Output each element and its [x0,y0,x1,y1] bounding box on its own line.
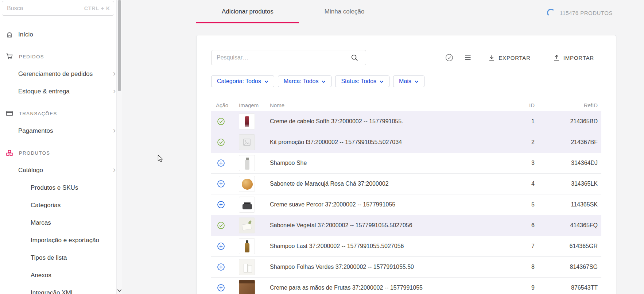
sidebar-item-pagamentos[interactable]: Pagamentos› [0,122,116,140]
sidebar-item-categorias[interactable]: Categorias [0,197,116,214]
filter-status-todos[interactable]: Status: Todos [335,76,389,87]
filter-marca-todos[interactable]: Marca: Todos [278,76,332,87]
sidebar-item-inicio[interactable]: Início [0,26,116,43]
filter-label: Categoria: Todos [217,78,261,85]
tab-label: Adicionar produtos [222,8,273,15]
tab-minha-colecao[interactable]: Minha coleção [299,0,390,23]
sidebar-item-produtos-e-skus[interactable]: Produtos e SKUs [0,179,116,197]
product-image-cell [234,238,270,254]
product-image-cell [234,197,270,213]
sidebar-item-label: Marcas [31,219,51,227]
sidebar-nav: InícioPEDIDOSGerenciamento de pedidos›Es… [0,26,116,294]
product-name: Kit promoção l37:2000002 -- 1577991055.5… [270,139,486,146]
sidebar-scrollbar-thumb[interactable] [118,0,121,91]
import-button[interactable]: IMPORTAR [553,54,594,61]
product-image-cell [234,259,270,275]
product-search-input[interactable] [211,50,343,65]
product-name: Shampoo Last 37:2000002 -- 1577991055.50… [270,243,486,249]
header-right: 115476 PRODUTOS [547,9,613,17]
row-density-icon[interactable] [464,54,472,61]
sidebar-item-importacao-e-exportacao[interactable]: Importação e exportação [0,232,116,249]
sidebar-item-label: PRODUTOS [19,150,50,156]
filter-mais[interactable]: Mais [393,76,424,87]
column-header-name: Nome [270,102,486,108]
product-id: 3 [486,160,536,166]
product-search [211,50,366,65]
product-refid: 314364DJ [536,160,601,166]
row-action-cell [211,242,234,250]
sidebar-item-anexos[interactable]: Anexos [0,267,116,284]
added-check-icon[interactable] [217,117,225,125]
select-all-check-icon[interactable] [445,54,453,62]
chevron-right-icon: › [113,87,116,95]
export-button[interactable]: EXPORTAR [488,54,531,61]
sidebar-item-integracao-xml[interactable]: Integração XML [0,284,116,294]
filter-label: Mais [399,78,411,85]
tab-adicionar-produtos[interactable]: Adicionar produtos [196,0,299,23]
product-count: 115476 PRODUTOS [560,10,613,16]
row-action-cell [211,201,234,209]
chevron-right-icon: › [113,166,116,174]
sidebar: CTRL + K InícioPEDIDOSGerenciamento de p… [0,0,116,294]
filter-label: Status: Todos [341,78,376,85]
tab-label: Minha coleção [325,8,365,15]
scroll-down-chevron-icon[interactable] [117,289,122,292]
sidebar-item-label: Tipos de lista [31,254,67,262]
sidebar-item-catalogo[interactable]: Catálogo› [0,162,116,179]
sidebar-item-label: Importação e exportação [31,237,99,244]
sidebar-item-label: Catálogo [18,167,43,174]
sidebar-item-gerenciamento-de-pedidos[interactable]: Gerenciamento de pedidos› [0,65,116,83]
add-plus-icon[interactable] [217,159,225,167]
chevron-down-icon [380,80,384,83]
table-row: Creme suave Percor 37:2000002 -- 1577991… [211,194,601,215]
sidebar-item-label: Produtos e SKUs [31,184,78,192]
download-icon [488,54,495,61]
sidebar-search-input[interactable] [2,5,84,12]
product-id: 4 [486,181,536,187]
sidebar-item-pedidos: PEDIDOS [0,48,116,65]
filter-bar: Categoria: TodosMarca: TodosStatus: Todo… [211,76,601,87]
table-row: Shampoo She3314364DJ [211,153,601,174]
add-plus-icon[interactable] [217,180,225,188]
table-body: Creme de cabelo Softh 37:2000002 -- 1577… [211,111,601,294]
table-header: Ação Imagem Nome ID RefID [211,99,601,111]
sidebar-item-marcas[interactable]: Marcas [0,214,116,232]
product-id: 2 [486,139,536,146]
transactions-icon [6,110,13,117]
search-button[interactable] [343,50,366,65]
table-row: Shampoo Last 37:2000002 -- 1577991055.50… [211,236,601,257]
sidebar-item-label: Categorias [31,202,61,209]
added-check-icon[interactable] [217,138,225,146]
add-plus-icon[interactable] [217,242,225,250]
product-thumbnail [239,217,255,233]
sidebar-search[interactable]: CTRL + K [2,1,114,16]
sidebar-item-tipos-de-lista[interactable]: Tipos de lista [0,249,116,267]
sidebar-item-label: Estoque & entrega [18,88,70,95]
product-name: Creme para as mãos de Frutas 37:2000002 … [270,285,486,291]
sidebar-item-produtos: PRODUTOS [0,144,116,162]
row-action-cell [211,180,234,188]
sidebar-item-transacoes: TRANSAÇÕES [0,105,116,122]
product-name: Sabonete Vegetal 37:2000002 -- 157799105… [270,222,486,229]
filter-categoria-todos[interactable]: Categoria: Todos [211,76,274,87]
toolbar-right: EXPORTAR IMPORTAR [445,54,601,62]
sidebar-search-shortcut: CTRL + K [84,5,114,11]
add-plus-icon[interactable] [217,284,225,292]
upload-icon [553,54,560,61]
column-header-image: Imagem [234,102,270,108]
row-action-cell [211,159,234,167]
add-plus-icon[interactable] [217,263,225,271]
add-plus-icon[interactable] [217,201,225,209]
sidebar-scrollbar[interactable] [116,0,122,294]
added-check-icon[interactable] [217,221,225,229]
products-card: EXPORTAR IMPORTAR Categoria: TodosMarca:… [196,35,616,294]
product-image-cell [234,280,270,294]
sidebar-item-label: Gerenciamento de pedidos [18,70,93,78]
table-row: Sabonete de Maracujá Rosa Chá 37:2000002… [211,174,601,194]
product-refid: 114365SK [536,201,601,208]
magnifier-icon [351,54,358,62]
product-thumbnail [239,238,255,254]
product-image-cell [234,217,270,233]
sidebar-item-estoque-entrega[interactable]: Estoque & entrega› [0,83,116,100]
product-refid: 214367BF [536,139,601,146]
